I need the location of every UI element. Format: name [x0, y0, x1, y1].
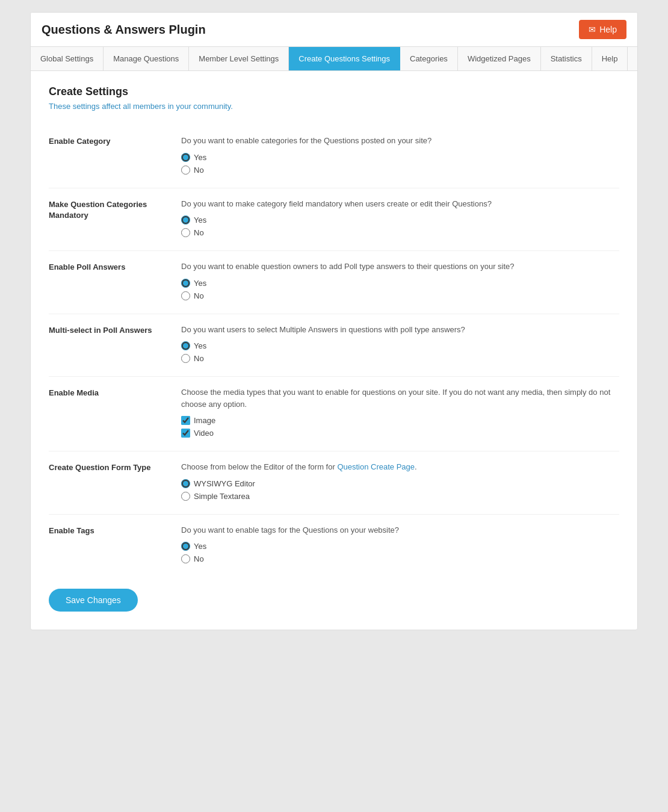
settings-label-multi-select-poll: Multi-select in Poll Answers: [49, 324, 169, 336]
settings-row-enable-media: Enable MediaChoose the media types that …: [49, 376, 619, 451]
multi-select-poll-option-yes[interactable]: Yes: [181, 341, 619, 350]
settings-desc-enable-poll: Do you want to enable question owners to…: [181, 261, 619, 273]
make-mandatory-input-no[interactable]: [181, 228, 190, 237]
nav-tab-global-settings[interactable]: Global Settings: [31, 47, 104, 70]
nav-tab-help[interactable]: Help: [592, 47, 628, 70]
nav-tabs: Global SettingsManage QuestionsMember Le…: [31, 47, 637, 71]
settings-control-make-mandatory: Do you want to make category field manda…: [169, 198, 619, 241]
settings-desc-form-type: Choose from below the Editor of the form…: [181, 461, 619, 473]
settings-control-form-type: Choose from below the Editor of the form…: [169, 461, 619, 504]
nav-tab-categories[interactable]: Categories: [400, 47, 458, 70]
section-subtitle: These settings affect all members in you…: [49, 102, 619, 111]
nav-tab-widgetized-pages[interactable]: Widgetized Pages: [458, 47, 541, 70]
settings-label-form-type: Create Question Form Type: [49, 461, 169, 473]
nav-tab-member-level-settings[interactable]: Member Level Settings: [189, 47, 289, 70]
nav-tab-manage-questions[interactable]: Manage Questions: [104, 47, 189, 70]
form-type-option-wysiwyg[interactable]: WYSIWYG Editor: [181, 479, 619, 488]
settings-desc-enable-category: Do you want to enable categories for the…: [181, 135, 619, 147]
settings-control-enable-tags: Do you want to enable tags for the Quest…: [169, 524, 619, 568]
settings-label-enable-poll: Enable Poll Answers: [49, 261, 169, 273]
form-type-option-simple[interactable]: Simple Textarea: [181, 492, 619, 501]
settings-row-multi-select-poll: Multi-select in Poll AnswersDo you want …: [49, 314, 619, 377]
enable-tags-option-yes[interactable]: Yes: [181, 542, 619, 551]
settings-control-enable-poll: Do you want to enable question owners to…: [169, 261, 619, 304]
enable-tags-input-yes[interactable]: [181, 542, 190, 551]
multi-select-poll-option-no[interactable]: No: [181, 354, 619, 363]
settings-desc-enable-media: Choose the media types that you want to …: [181, 386, 619, 410]
settings-label-make-mandatory: Make Question Categories Mandatory: [49, 198, 169, 221]
enable-poll-input-no[interactable]: [181, 291, 190, 300]
settings-label-enable-category: Enable Category: [49, 135, 169, 147]
enable-tags-input-no[interactable]: [181, 554, 190, 563]
enable-category-option-yes[interactable]: Yes: [181, 153, 619, 162]
settings-row-enable-poll: Enable Poll AnswersDo you want to enable…: [49, 250, 619, 314]
enable-tags-option-no[interactable]: No: [181, 554, 619, 563]
enable-media-option-video[interactable]: Video: [181, 429, 619, 438]
enable-category-option-no[interactable]: No: [181, 166, 619, 175]
question-create-page-link[interactable]: Question Create Page: [337, 462, 415, 471]
settings-desc-enable-tags: Do you want to enable tags for the Quest…: [181, 524, 619, 536]
settings-desc-make-mandatory: Do you want to make category field manda…: [181, 198, 619, 210]
settings-row-make-mandatory: Make Question Categories MandatoryDo you…: [49, 188, 619, 251]
settings-row-enable-category: Enable CategoryDo you want to enable cat…: [49, 125, 619, 188]
make-mandatory-input-yes[interactable]: [181, 215, 190, 225]
settings-container: Enable CategoryDo you want to enable cat…: [49, 125, 619, 577]
settings-desc-multi-select-poll: Do you want users to select Multiple Ans…: [181, 324, 619, 336]
help-button[interactable]: ✉ Help: [579, 20, 626, 39]
settings-control-enable-category: Do you want to enable categories for the…: [169, 135, 619, 178]
enable-media-input-video[interactable]: [181, 429, 190, 438]
settings-row-enable-tags: Enable TagsDo you want to enable tags fo…: [49, 514, 619, 577]
section-title: Create Settings: [49, 85, 619, 98]
settings-control-enable-media: Choose the media types that you want to …: [169, 386, 619, 441]
envelope-icon: ✉: [589, 25, 596, 34]
enable-media-input-image[interactable]: [181, 416, 190, 425]
make-mandatory-option-yes[interactable]: Yes: [181, 215, 619, 225]
page-title: Questions & Answers Plugin: [42, 23, 206, 37]
enable-poll-input-yes[interactable]: [181, 279, 190, 288]
enable-category-input-yes[interactable]: [181, 153, 190, 162]
nav-tab-statistics[interactable]: Statistics: [541, 47, 592, 70]
multi-select-poll-input-yes[interactable]: [181, 341, 190, 350]
settings-label-enable-media: Enable Media: [49, 386, 169, 398]
settings-label-enable-tags: Enable Tags: [49, 524, 169, 536]
form-type-input-simple[interactable]: [181, 492, 190, 501]
make-mandatory-option-no[interactable]: No: [181, 228, 619, 237]
nav-tab-create-questions-settings[interactable]: Create Questions Settings: [289, 47, 400, 70]
enable-poll-option-no[interactable]: No: [181, 291, 619, 300]
settings-row-form-type: Create Question Form TypeChoose from bel…: [49, 451, 619, 514]
settings-control-multi-select-poll: Do you want users to select Multiple Ans…: [169, 324, 619, 367]
enable-poll-option-yes[interactable]: Yes: [181, 279, 619, 288]
content-area: Create Settings These settings affect al…: [31, 71, 637, 630]
multi-select-poll-input-no[interactable]: [181, 354, 190, 363]
form-type-input-wysiwyg[interactable]: [181, 479, 190, 488]
page-header: Questions & Answers Plugin ✉ Help: [31, 13, 637, 47]
enable-media-option-image[interactable]: Image: [181, 416, 619, 425]
save-changes-button[interactable]: Save Changes: [49, 589, 138, 612]
enable-category-input-no[interactable]: [181, 166, 190, 175]
